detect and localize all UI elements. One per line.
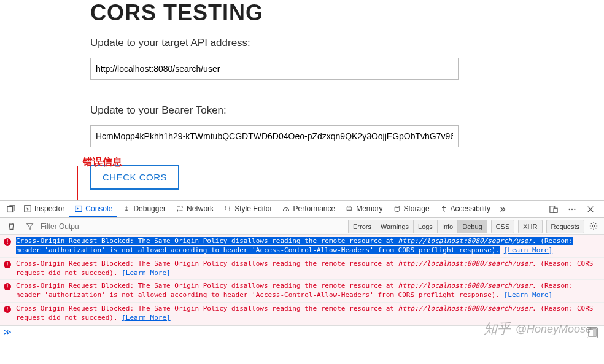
- tab-network-label: Network: [187, 204, 214, 213]
- page-title: CORS TESTING: [90, 0, 604, 26]
- filter-debug-button[interactable]: Debug: [457, 220, 487, 233]
- learn-more-link[interactable]: [Learn More]: [122, 269, 170, 277]
- gear-icon[interactable]: [589, 222, 599, 231]
- filter-errors-button[interactable]: Errors: [348, 220, 376, 233]
- error-icon: !: [4, 238, 12, 246]
- svg-point-8: [568, 208, 570, 209]
- svg-rect-3: [347, 207, 352, 210]
- console-message-text: Cross-Origin Request Blocked: The Same O…: [16, 237, 600, 255]
- more-icon[interactable]: [567, 204, 577, 214]
- tab-memory[interactable]: Memory: [340, 201, 387, 217]
- filter-requests-button[interactable]: Requests: [546, 220, 584, 233]
- tab-accessibility-label: Accessibility: [451, 204, 490, 213]
- learn-more-link[interactable]: [Learn More]: [504, 291, 552, 299]
- filter-logs-button[interactable]: Logs: [413, 220, 438, 233]
- filter-xhr-button[interactable]: XHR: [518, 220, 542, 233]
- filter-warnings-button[interactable]: Warnings: [376, 220, 414, 233]
- filter-css-button[interactable]: CSS: [491, 220, 515, 233]
- learn-more-link[interactable]: [Learn More]: [504, 246, 552, 254]
- tab-storage[interactable]: Storage: [388, 201, 435, 217]
- tab-accessibility[interactable]: Accessibility: [435, 201, 495, 217]
- tab-console-label: Console: [85, 204, 112, 213]
- svg-point-5: [443, 206, 444, 207]
- console-error-row[interactable]: !Cross-Origin Request Blocked: The Same …: [0, 303, 604, 325]
- performance-icon: [282, 204, 290, 213]
- memory-icon: [345, 204, 354, 213]
- api-address-input[interactable]: [90, 58, 459, 80]
- svg-rect-0: [7, 206, 13, 212]
- error-icon: !: [4, 282, 12, 291]
- dock-popout-icon[interactable]: [6, 204, 16, 214]
- tab-performance-label: Performance: [293, 204, 335, 213]
- funnel-icon: [25, 222, 34, 231]
- network-icon: [176, 204, 184, 213]
- console-output: !Cross-Origin Request Blocked: The Same …: [0, 235, 604, 325]
- console-message-text: Cross-Origin Request Blocked: The Same O…: [16, 304, 600, 323]
- tab-debugger-label: Debugger: [133, 204, 166, 213]
- svg-point-9: [571, 208, 573, 209]
- debugger-icon: [122, 204, 131, 213]
- svg-rect-13: [593, 329, 596, 336]
- bearer-token-input[interactable]: [90, 125, 459, 147]
- console-error-row[interactable]: !Cross-Origin Request Blocked: The Same …: [0, 235, 604, 258]
- tab-console[interactable]: Console: [69, 201, 117, 217]
- console-error-row[interactable]: !Cross-Origin Request Blocked: The Same …: [0, 258, 604, 281]
- tab-inspector[interactable]: Inspector: [18, 201, 69, 217]
- console-filter-input[interactable]: [41, 222, 90, 231]
- svg-point-11: [592, 225, 595, 227]
- tab-performance[interactable]: Performance: [277, 201, 340, 217]
- tab-debugger[interactable]: Debugger: [117, 201, 171, 217]
- inspector-icon: [23, 204, 32, 213]
- svg-point-10: [574, 208, 575, 209]
- style-icon: [223, 204, 232, 213]
- tab-memory-label: Memory: [356, 204, 382, 213]
- responsive-mode-icon[interactable]: [549, 204, 559, 214]
- devtools-tabs: Inspector Console Debugger Network Style…: [0, 201, 604, 218]
- filter-info-button[interactable]: Info: [437, 220, 458, 233]
- api-address-label: Update to your target API address:: [90, 37, 604, 49]
- tab-network[interactable]: Network: [171, 201, 219, 217]
- overflow-icon[interactable]: [498, 204, 508, 214]
- close-icon[interactable]: [586, 204, 595, 214]
- devtools-panel: Inspector Console Debugger Network Style…: [0, 200, 604, 364]
- error-icon: !: [4, 305, 12, 314]
- console-input-row[interactable]: ≫: [0, 325, 604, 339]
- console-filterbar: Errors Warnings Logs Info Debug CSS XHR …: [0, 218, 604, 235]
- console-icon: [74, 204, 83, 213]
- tab-storage-label: Storage: [404, 204, 430, 213]
- annotation-label: 错误信息: [83, 156, 122, 169]
- svg-rect-7: [554, 208, 557, 212]
- learn-more-link[interactable]: [Learn More]: [122, 314, 170, 322]
- accessibility-icon: [439, 204, 448, 213]
- tab-inspector-label: Inspector: [34, 204, 64, 213]
- storage-icon: [393, 204, 401, 213]
- console-prompt-icon: ≫: [4, 328, 12, 336]
- console-message-text: Cross-Origin Request Blocked: The Same O…: [16, 282, 600, 300]
- console-error-row[interactable]: !Cross-Origin Request Blocked: The Same …: [0, 280, 604, 303]
- tab-style-editor[interactable]: Style Editor: [219, 201, 277, 217]
- error-icon: !: [4, 260, 12, 269]
- trash-icon[interactable]: [6, 222, 16, 231]
- console-message-text: Cross-Origin Request Blocked: The Same O…: [16, 260, 600, 278]
- svg-point-4: [395, 206, 400, 207]
- bearer-token-label: Update to your Bearer Token:: [90, 104, 604, 117]
- tab-style-label: Style Editor: [234, 204, 272, 213]
- sidebar-toggle-icon[interactable]: [587, 327, 598, 338]
